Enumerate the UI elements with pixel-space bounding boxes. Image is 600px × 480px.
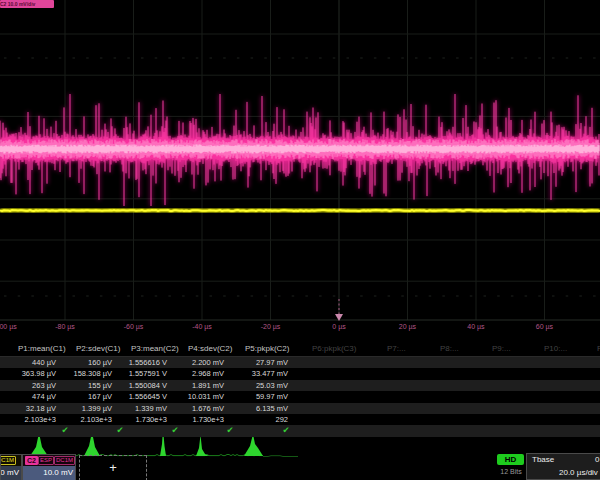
status-check-icon: ✔ <box>224 425 236 436</box>
timebase-label: Tbase <box>532 455 554 464</box>
table-cell: 2.200 mV <box>162 357 224 368</box>
status-check-icon: ✔ <box>114 425 126 436</box>
table-cell: 474 µV <box>0 391 56 402</box>
channel1-trace <box>0 210 600 211</box>
table-cell: 155 µV <box>50 380 112 391</box>
table-header-2[interactable]: P2:sdev(C1) <box>76 343 120 355</box>
table-cell: 158.308 µV <box>50 368 112 379</box>
table-cell: 263 µV <box>0 380 56 391</box>
table-cell: 2.103e+3 <box>0 414 56 425</box>
table-cell: 1.676 mV <box>162 403 224 414</box>
table-header-inactive[interactable]: P9:... <box>492 343 511 355</box>
table-header-inactive[interactable]: P7:... <box>387 343 406 355</box>
table-cell: 25.03 mV <box>226 380 288 391</box>
table-cell: 59.97 mV <box>226 391 288 402</box>
status-check-icon: ✔ <box>280 425 292 436</box>
table-cell: 292 <box>226 414 288 425</box>
time-axis-label: -20 µs <box>251 322 291 332</box>
table-row-stripe <box>0 425 600 436</box>
timebase-scale: 20.0 µs/div <box>559 468 598 477</box>
table-cell: 1.550084 V <box>105 380 167 391</box>
table-header-5[interactable]: P5:pkpk(C2) <box>245 343 289 355</box>
table-cell: 10.031 mV <box>162 391 224 402</box>
table-cell: 1.891 mV <box>162 380 224 391</box>
timebase-delay: 0 s <box>595 455 600 464</box>
channel2-badges: C2 ESP DC1M <box>23 455 75 466</box>
time-axis-label: -100 µs <box>0 322 25 332</box>
trace-annotation-label[interactable]: C2 10.0 mV/div <box>0 0 54 8</box>
table-cell: 33.477 mV <box>226 368 288 379</box>
timebase-descriptor-box[interactable]: Tbase 0 s 20.0 µs/div <box>526 453 600 480</box>
table-cell: 1.557591 V <box>105 368 167 379</box>
table-cell: 6.135 mV <box>226 403 288 414</box>
table-cell: 1.339 mV <box>105 403 167 414</box>
c2-coupling-badge: DC1M <box>54 456 75 465</box>
channel2-scale: 10.0 mV <box>23 466 75 480</box>
table-header-3[interactable]: P3:mean(C2) <box>131 343 179 355</box>
channel1-scale: 10.0 mV <box>1 466 21 480</box>
table-header-inactive[interactable]: P6:pkpk(C3) <box>312 343 356 355</box>
channel2-descriptor-box[interactable]: C2 ESP DC1M 10.0 mV <box>22 454 76 480</box>
channel1-descriptor-box[interactable]: DC1M 10.0 mV <box>0 454 22 480</box>
time-axis-label: 40 µs <box>456 322 496 332</box>
table-cell: 1.399 µV <box>50 403 112 414</box>
c1-coupling-badge: DC1M <box>0 456 16 465</box>
time-axis-label: 60 µs <box>525 322 565 332</box>
c2-name-badge: C2 <box>25 456 38 465</box>
table-header-4[interactable]: P4:sdev(C2) <box>188 343 232 355</box>
table-cell: 2.968 mV <box>162 368 224 379</box>
time-axis-label: -60 µs <box>114 322 154 332</box>
table-cell: 440 µV <box>0 357 56 368</box>
table-cell: 167 µV <box>50 391 112 402</box>
table-cell: 1.730e+3 <box>105 414 167 425</box>
table-header-1[interactable]: P1:mean(C1) <box>18 343 66 355</box>
add-trace-button[interactable]: + <box>79 455 147 480</box>
measurement-table: P1:mean(C1)P2:sdev(C1)P3:mean(C2)P4:sdev… <box>0 343 600 437</box>
table-cell: 160 µV <box>50 357 112 368</box>
time-axis-label: -80 µs <box>45 322 85 332</box>
table-cell: 363.98 µV <box>0 368 56 379</box>
channel2-trace <box>0 94 599 206</box>
hd-mode-badge[interactable]: HD <box>497 454 524 465</box>
status-check-icon: ✔ <box>169 425 181 436</box>
table-cell: 1.556645 V <box>105 391 167 402</box>
time-axis-label: 0 µs <box>319 322 359 332</box>
oscilloscope-screen: C2 10.0 mV/div -100 µs-80 µs-60 µs-40 µs… <box>0 0 600 480</box>
table-header-inactive[interactable]: P8:... <box>440 343 459 355</box>
adc-bits-label: 12 Bits <box>492 468 530 475</box>
time-axis-label: 20 µs <box>388 322 428 332</box>
c2-esp-badge: ESP <box>38 456 54 465</box>
table-cell: 2.103e+3 <box>50 414 112 425</box>
table-cell: 27.97 mV <box>226 357 288 368</box>
table-header-inactive[interactable]: P10:... <box>544 343 567 355</box>
time-axis-label: -40 µs <box>182 322 222 332</box>
channel1-badges: DC1M <box>1 455 21 466</box>
table-cell: 1.556616 V <box>105 357 167 368</box>
table-cell: 32.18 µV <box>0 403 56 414</box>
status-check-icon: ✔ <box>59 425 71 436</box>
table-cell: 1.730e+3 <box>162 414 224 425</box>
